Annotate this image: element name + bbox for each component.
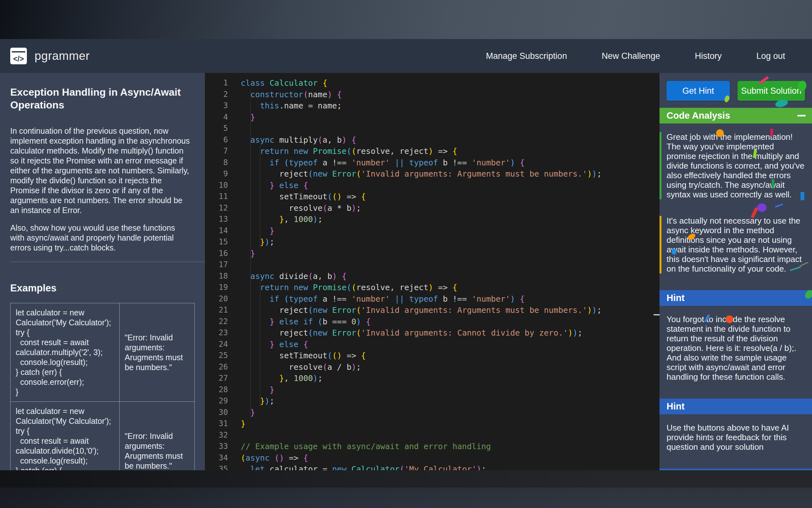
line-number: 30 (205, 407, 228, 418)
analysis-section: Great job with the implementation! The w… (660, 132, 805, 199)
code-line: 27 }, 1000); (205, 373, 660, 384)
code-text: }, 1000); (228, 373, 323, 384)
code-line: 29 }); (205, 395, 660, 407)
code-line: 13 }, 1000); (205, 214, 660, 225)
code-brackets-icon: </> (10, 55, 27, 64)
code-line: 18 async divide(a, b) { (205, 271, 660, 282)
line-number: 32 (205, 430, 228, 441)
line-number: 34 (205, 452, 228, 464)
code-line: 34(async () => { (205, 452, 660, 464)
code-text: } (228, 407, 255, 418)
line-number: 8 (205, 157, 228, 169)
main-nav: Manage Subscription New Challenge Histor… (486, 51, 785, 61)
code-text: }, 1000); (228, 214, 323, 225)
letterbox-bottom (0, 470, 812, 508)
code-line: 31} (205, 418, 660, 430)
brand[interactable]: </> pgrammer (10, 48, 90, 64)
line-number: 22 (205, 316, 228, 328)
code-text: } else if (b === 0) { (228, 316, 371, 328)
analysis-body: Great job with the implementation! The w… (660, 124, 812, 273)
app-header: </> pgrammer Manage Subscription New Cha… (0, 39, 812, 73)
code-line: 23 reject(new Error('Invalid arguments: … (205, 327, 660, 339)
logo-titlebar (12, 51, 25, 52)
divider (10, 262, 205, 262)
code-text: setTimeout(() => { (228, 191, 366, 203)
code-line: 32 (205, 430, 660, 441)
brand-title: pgrammer (35, 49, 90, 63)
content-row: Exception Handling in Async/Await Operat… (0, 73, 812, 470)
line-number: 15 (205, 237, 228, 248)
code-text: // Example usage with async/await and er… (228, 441, 491, 452)
code-text: } (228, 112, 255, 123)
line-number: 9 (205, 168, 228, 180)
line-number: 33 (205, 441, 228, 452)
problem-paragraph-1: In continuation of the previous question… (10, 126, 191, 215)
line-number: 16 (205, 248, 228, 259)
code-text: class Calculator { (228, 77, 327, 89)
code-line: 1class Calculator { (205, 77, 660, 89)
hint-header[interactable]: Hint (660, 290, 812, 306)
code-line: 25 setTimeout(() => { (205, 350, 660, 362)
code-text: this.name = name; (228, 100, 342, 112)
line-number: 19 (205, 282, 228, 293)
line-number: 1 (205, 77, 228, 89)
code-lines: 1class Calculator {2 constructor(name) {… (205, 77, 660, 470)
line-number: 13 (205, 214, 228, 225)
get-hint-button[interactable]: Get Hint (667, 81, 730, 101)
code-text: reject(new Error('Invalid arguments: Arg… (228, 168, 602, 180)
hints: HintYou forgot to include the resolve st… (660, 290, 812, 470)
line-number: 6 (205, 134, 228, 146)
problem-panel: Exception Handling in Async/Await Operat… (0, 73, 205, 470)
nav-log-out[interactable]: Log out (756, 51, 785, 61)
code-text: constructor(name) { (228, 89, 342, 100)
code-text: } (228, 384, 274, 396)
examples-heading: Examples (10, 283, 195, 294)
code-line: 20 if (typeof a !== 'number' || typeof b… (205, 293, 660, 305)
code-line: 26 resolve(a / b); (205, 362, 660, 373)
nav-manage-subscription[interactable]: Manage Subscription (486, 51, 567, 61)
code-text: if (typeof a !== 'number' || typeof b !=… (228, 293, 525, 305)
screen: { "nav": { "brand": "pgrammer", "logo_gl… (0, 0, 812, 508)
line-number: 26 (205, 362, 228, 373)
code-line: 16 } (205, 248, 660, 259)
line-number: 28 (205, 384, 228, 396)
code-line: 6 async multiply(a, b) { (205, 134, 660, 146)
code-line: 22 } else if (b === 0) { (205, 316, 660, 328)
example-row: let calculator = new Calculator('My Calc… (10, 303, 195, 402)
problem-title: Exception Handling in Async/Await Operat… (10, 86, 190, 111)
pane-resize-handle[interactable] (654, 314, 660, 315)
nav-history[interactable]: History (695, 51, 722, 61)
code-text: resolve(a * b); (228, 203, 361, 214)
example-output-cell: "Error: Invalid arguments: Arugments mus… (120, 303, 195, 402)
examples-table: let calculator = new Calculator('My Calc… (10, 303, 195, 470)
code-text: setTimeout(() => { (228, 350, 366, 362)
submit-solution-button[interactable]: Submit Solution (737, 81, 805, 101)
line-number: 11 (205, 191, 228, 203)
code-analysis-title: Code Analysis (667, 110, 730, 121)
code-text: reject(new Error('Invalid arguments: Arg… (228, 304, 602, 316)
line-number: 31 (205, 418, 228, 430)
line-number: 5 (205, 123, 228, 134)
nav-new-challenge[interactable]: New Challenge (602, 51, 660, 61)
code-line: 14 } (205, 225, 660, 237)
hint-text: Use the buttons above to have AI provide… (660, 414, 812, 468)
code-text: if (typeof a !== 'number' || typeof b !=… (228, 157, 525, 169)
hint-header[interactable]: Hint (660, 398, 812, 414)
code-editor[interactable]: 1class Calculator {2 constructor(name) {… (205, 73, 660, 470)
code-line: 10 } else { (205, 180, 660, 191)
code-line: 9 reject(new Error('Invalid arguments: A… (205, 168, 660, 180)
code-text: return new Promise((resolve, reject) => … (228, 145, 457, 157)
line-number: 2 (205, 89, 228, 100)
collapse-minus-icon[interactable] (797, 115, 806, 117)
code-text: resolve(a / b); (228, 362, 361, 373)
code-line: 17 (205, 259, 660, 271)
code-text: } (228, 418, 245, 430)
code-line: 8 if (typeof a !== 'number' || typeof b … (205, 157, 660, 169)
code-line: 21 reject(new Error('Invalid arguments: … (205, 304, 660, 316)
code-line: 28 } (205, 384, 660, 396)
line-number: 10 (205, 180, 228, 191)
example-row: let calculator = new Calculator('My Calc… (10, 402, 195, 471)
code-line: 30 } (205, 407, 660, 418)
code-line: 15 }); (205, 237, 660, 248)
hint-header[interactable]: Hint (660, 469, 812, 470)
